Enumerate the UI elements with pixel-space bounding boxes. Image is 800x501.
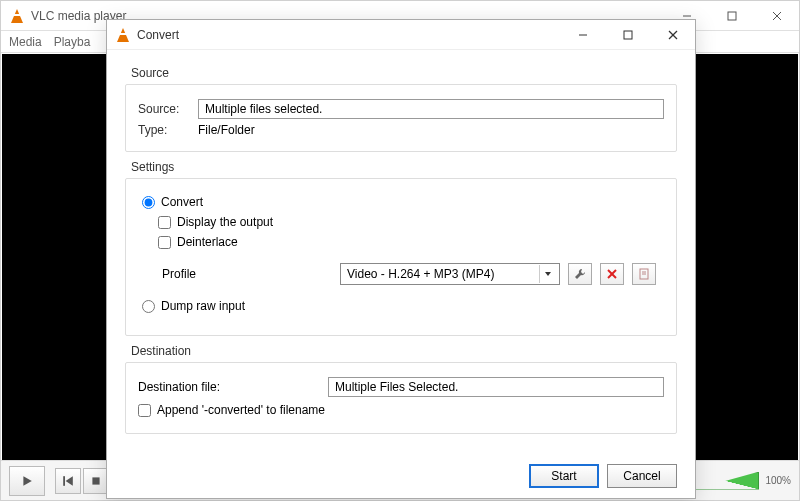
dump-radio-label: Dump raw input xyxy=(161,299,245,313)
delete-profile-button[interactable] xyxy=(600,263,624,285)
type-value: File/Folder xyxy=(198,123,255,137)
menu-media[interactable]: Media xyxy=(9,35,42,49)
convert-radio-label: Convert xyxy=(161,195,203,209)
append-converted-label: Append '-converted' to filename xyxy=(157,403,325,417)
wrench-icon xyxy=(574,268,586,280)
vlc-cone-icon xyxy=(9,8,25,24)
dialog-close-button[interactable] xyxy=(650,20,695,49)
destination-file-label: Destination file: xyxy=(138,380,318,394)
svg-rect-7 xyxy=(92,477,99,484)
new-profile-button[interactable] xyxy=(632,263,656,285)
destination-file-field[interactable] xyxy=(328,377,664,397)
menu-playback[interactable]: Playba xyxy=(54,35,91,49)
vlc-cone-icon xyxy=(115,27,131,43)
convert-radio[interactable] xyxy=(142,196,155,209)
type-label: Type: xyxy=(138,123,188,137)
convert-dialog: Convert Source Source: Type: File/Folder… xyxy=(106,19,696,499)
prev-button[interactable] xyxy=(55,468,81,494)
svg-rect-19 xyxy=(624,31,632,39)
edit-profile-button[interactable] xyxy=(568,263,592,285)
dialog-footer: Start Cancel xyxy=(529,464,677,488)
dialog-window-controls xyxy=(560,20,695,49)
dialog-title: Convert xyxy=(137,28,179,42)
svg-marker-22 xyxy=(545,272,551,276)
dialog-maximize-button[interactable] xyxy=(605,20,650,49)
source-field[interactable] xyxy=(198,99,664,119)
start-button[interactable]: Start xyxy=(529,464,599,488)
close-button[interactable] xyxy=(754,1,799,30)
new-profile-icon xyxy=(638,268,650,280)
maximize-button[interactable] xyxy=(709,1,754,30)
profile-select[interactable]: Video - H.264 + MP3 (MP4) xyxy=(340,263,560,285)
svg-rect-1 xyxy=(728,12,736,20)
delete-icon xyxy=(606,268,618,280)
dump-radio[interactable] xyxy=(142,300,155,313)
play-button[interactable] xyxy=(9,466,45,496)
deinterlace-label: Deinterlace xyxy=(177,235,238,249)
dialog-body: Source Source: Type: File/Folder Setting… xyxy=(107,50,695,452)
destination-heading: Destination xyxy=(131,344,677,358)
svg-rect-5 xyxy=(63,476,65,486)
profile-label: Profile xyxy=(162,267,332,281)
display-output-label: Display the output xyxy=(177,215,273,229)
dialog-minimize-button[interactable] xyxy=(560,20,605,49)
settings-section: Convert Display the output Deinterlace P… xyxy=(125,178,677,336)
profile-value: Video - H.264 + MP3 (MP4) xyxy=(347,267,495,281)
append-converted-checkbox[interactable] xyxy=(138,404,151,417)
volume-slider[interactable] xyxy=(694,472,759,490)
svg-marker-4 xyxy=(23,476,31,486)
svg-marker-6 xyxy=(66,476,73,486)
volume-percent: 100% xyxy=(765,475,791,486)
vlc-main-window: VLC media player Media Playba 100% xyxy=(0,0,800,501)
source-label: Source: xyxy=(138,102,188,116)
settings-heading: Settings xyxy=(131,160,677,174)
source-section: Source: Type: File/Folder xyxy=(125,84,677,152)
source-heading: Source xyxy=(131,66,677,80)
chevron-down-icon xyxy=(539,265,555,283)
deinterlace-checkbox[interactable] xyxy=(158,236,171,249)
destination-section: Destination file: Append '-converted' to… xyxy=(125,362,677,434)
cancel-button[interactable]: Cancel xyxy=(607,464,677,488)
dialog-titlebar: Convert xyxy=(107,20,695,50)
display-output-checkbox[interactable] xyxy=(158,216,171,229)
